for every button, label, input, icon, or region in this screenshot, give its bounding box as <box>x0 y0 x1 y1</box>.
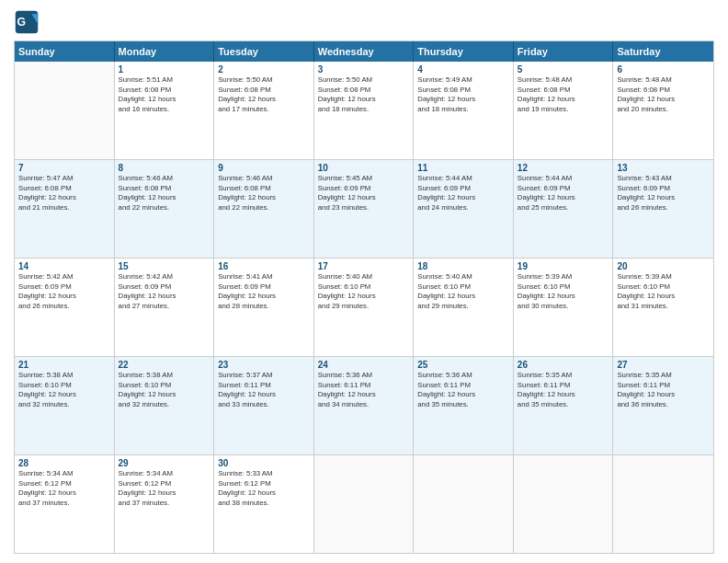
header-cell-thursday: Thursday <box>414 41 514 62</box>
calendar-cell: 29Sunrise: 5:34 AM Sunset: 6:12 PM Dayli… <box>115 455 215 553</box>
day-info: Sunrise: 5:45 AM Sunset: 6:09 PM Dayligh… <box>318 174 410 213</box>
day-info: Sunrise: 5:48 AM Sunset: 6:08 PM Dayligh… <box>617 75 710 114</box>
day-number: 22 <box>119 360 210 370</box>
day-number: 28 <box>18 458 110 468</box>
day-info: Sunrise: 5:47 AM Sunset: 6:08 PM Dayligh… <box>18 174 110 213</box>
calendar-cell: 17Sunrise: 5:40 AM Sunset: 6:10 PM Dayli… <box>314 259 415 356</box>
day-number: 17 <box>318 261 410 271</box>
day-number: 6 <box>617 64 710 75</box>
header: G <box>14 9 714 35</box>
calendar-cell: 26Sunrise: 5:35 AM Sunset: 6:11 PM Dayli… <box>514 357 614 454</box>
calendar-cell: 28Sunrise: 5:34 AM Sunset: 6:12 PM Dayli… <box>15 455 115 553</box>
day-number: 7 <box>18 163 110 173</box>
day-info: Sunrise: 5:35 AM Sunset: 6:11 PM Dayligh… <box>617 371 710 409</box>
day-number: 25 <box>417 360 509 370</box>
day-info: Sunrise: 5:46 AM Sunset: 6:08 PM Dayligh… <box>119 174 210 213</box>
calendar-cell: 8Sunrise: 5:46 AM Sunset: 6:08 PM Daylig… <box>115 160 215 258</box>
day-info: Sunrise: 5:33 AM Sunset: 6:12 PM Dayligh… <box>218 469 310 508</box>
calendar-cell <box>15 62 115 159</box>
day-info: Sunrise: 5:34 AM Sunset: 6:12 PM Dayligh… <box>119 469 210 508</box>
day-info: Sunrise: 5:40 AM Sunset: 6:10 PM Dayligh… <box>417 272 509 311</box>
day-number: 23 <box>218 360 310 370</box>
day-number: 27 <box>617 360 710 370</box>
day-number: 15 <box>119 261 210 271</box>
day-info: Sunrise: 5:36 AM Sunset: 6:11 PM Dayligh… <box>318 371 410 409</box>
calendar-cell: 21Sunrise: 5:38 AM Sunset: 6:10 PM Dayli… <box>15 357 115 454</box>
day-info: Sunrise: 5:44 AM Sunset: 6:09 PM Dayligh… <box>518 174 609 213</box>
day-number: 12 <box>518 163 609 173</box>
calendar-row-3: 14Sunrise: 5:42 AM Sunset: 6:09 PM Dayli… <box>15 259 713 357</box>
calendar-cell: 13Sunrise: 5:43 AM Sunset: 6:09 PM Dayli… <box>613 160 713 258</box>
day-info: Sunrise: 5:37 AM Sunset: 6:11 PM Dayligh… <box>218 371 310 409</box>
day-number: 9 <box>218 163 310 173</box>
day-info: Sunrise: 5:46 AM Sunset: 6:08 PM Dayligh… <box>218 174 310 213</box>
day-info: Sunrise: 5:36 AM Sunset: 6:11 PM Dayligh… <box>417 371 509 409</box>
calendar-cell <box>314 455 415 553</box>
day-info: Sunrise: 5:49 AM Sunset: 6:08 PM Dayligh… <box>417 75 509 114</box>
header-cell-sunday: Sunday <box>15 41 115 62</box>
calendar-row-2: 7Sunrise: 5:47 AM Sunset: 6:08 PM Daylig… <box>15 160 713 259</box>
calendar-cell: 2Sunrise: 5:50 AM Sunset: 6:08 PM Daylig… <box>214 62 314 159</box>
day-info: Sunrise: 5:38 AM Sunset: 6:10 PM Dayligh… <box>119 371 210 409</box>
logo-icon: G <box>14 9 40 35</box>
header-cell-wednesday: Wednesday <box>314 41 415 62</box>
day-info: Sunrise: 5:35 AM Sunset: 6:11 PM Dayligh… <box>518 371 609 409</box>
calendar-cell: 1Sunrise: 5:51 AM Sunset: 6:08 PM Daylig… <box>115 62 215 159</box>
day-number: 24 <box>318 360 410 370</box>
calendar-cell: 7Sunrise: 5:47 AM Sunset: 6:08 PM Daylig… <box>15 160 115 258</box>
calendar-cell: 25Sunrise: 5:36 AM Sunset: 6:11 PM Dayli… <box>414 357 514 454</box>
calendar-cell <box>514 455 614 553</box>
day-number: 18 <box>417 261 509 271</box>
day-number: 10 <box>318 163 410 173</box>
day-number: 19 <box>518 261 609 271</box>
day-number: 2 <box>218 64 310 75</box>
calendar-cell: 27Sunrise: 5:35 AM Sunset: 6:11 PM Dayli… <box>613 357 713 454</box>
day-number: 3 <box>318 64 410 75</box>
day-info: Sunrise: 5:42 AM Sunset: 6:09 PM Dayligh… <box>119 272 210 311</box>
page: G SundayMondayTuesdayWednesdayThursdayFr… <box>0 0 728 563</box>
calendar-cell: 15Sunrise: 5:42 AM Sunset: 6:09 PM Dayli… <box>115 259 215 356</box>
calendar-cell: 6Sunrise: 5:48 AM Sunset: 6:08 PM Daylig… <box>613 62 713 159</box>
day-info: Sunrise: 5:42 AM Sunset: 6:09 PM Dayligh… <box>18 272 110 311</box>
day-number: 29 <box>119 458 210 468</box>
day-number: 5 <box>518 64 609 75</box>
day-info: Sunrise: 5:34 AM Sunset: 6:12 PM Dayligh… <box>18 469 110 508</box>
calendar-cell: 5Sunrise: 5:48 AM Sunset: 6:08 PM Daylig… <box>514 62 614 159</box>
day-number: 30 <box>218 458 310 468</box>
header-cell-monday: Monday <box>115 41 215 62</box>
header-cell-tuesday: Tuesday <box>214 41 314 62</box>
day-info: Sunrise: 5:50 AM Sunset: 6:08 PM Dayligh… <box>218 75 310 114</box>
calendar-cell: 16Sunrise: 5:41 AM Sunset: 6:09 PM Dayli… <box>214 259 314 356</box>
calendar-cell: 3Sunrise: 5:50 AM Sunset: 6:08 PM Daylig… <box>314 62 415 159</box>
calendar-cell: 14Sunrise: 5:42 AM Sunset: 6:09 PM Dayli… <box>15 259 115 356</box>
day-info: Sunrise: 5:48 AM Sunset: 6:08 PM Dayligh… <box>518 75 609 114</box>
svg-text:G: G <box>17 16 27 29</box>
day-number: 4 <box>417 64 509 75</box>
day-info: Sunrise: 5:39 AM Sunset: 6:10 PM Dayligh… <box>617 272 710 311</box>
day-number: 14 <box>18 261 110 271</box>
calendar-body: 1Sunrise: 5:51 AM Sunset: 6:08 PM Daylig… <box>15 62 713 553</box>
calendar-cell: 18Sunrise: 5:40 AM Sunset: 6:10 PM Dayli… <box>414 259 514 356</box>
calendar-row-4: 21Sunrise: 5:38 AM Sunset: 6:10 PM Dayli… <box>15 357 713 455</box>
calendar: SundayMondayTuesdayWednesdayThursdayFrid… <box>14 40 714 554</box>
header-cell-friday: Friday <box>514 41 614 62</box>
day-info: Sunrise: 5:38 AM Sunset: 6:10 PM Dayligh… <box>18 371 110 409</box>
calendar-cell: 12Sunrise: 5:44 AM Sunset: 6:09 PM Dayli… <box>514 160 614 258</box>
calendar-cell: 9Sunrise: 5:46 AM Sunset: 6:08 PM Daylig… <box>214 160 314 258</box>
calendar-cell <box>613 455 713 553</box>
day-number: 1 <box>119 64 210 75</box>
header-cell-saturday: Saturday <box>613 41 713 62</box>
day-info: Sunrise: 5:50 AM Sunset: 6:08 PM Dayligh… <box>318 75 410 114</box>
logo: G <box>14 9 43 35</box>
calendar-row-1: 1Sunrise: 5:51 AM Sunset: 6:08 PM Daylig… <box>15 62 713 160</box>
calendar-row-5: 28Sunrise: 5:34 AM Sunset: 6:12 PM Dayli… <box>15 455 713 553</box>
day-info: Sunrise: 5:44 AM Sunset: 6:09 PM Dayligh… <box>417 174 509 213</box>
day-info: Sunrise: 5:43 AM Sunset: 6:09 PM Dayligh… <box>617 174 710 213</box>
calendar-cell: 4Sunrise: 5:49 AM Sunset: 6:08 PM Daylig… <box>414 62 514 159</box>
calendar-cell: 23Sunrise: 5:37 AM Sunset: 6:11 PM Dayli… <box>214 357 314 454</box>
calendar-cell: 20Sunrise: 5:39 AM Sunset: 6:10 PM Dayli… <box>613 259 713 356</box>
calendar-cell <box>414 455 514 553</box>
calendar-cell: 24Sunrise: 5:36 AM Sunset: 6:11 PM Dayli… <box>314 357 415 454</box>
day-info: Sunrise: 5:51 AM Sunset: 6:08 PM Dayligh… <box>119 75 210 114</box>
day-info: Sunrise: 5:41 AM Sunset: 6:09 PM Dayligh… <box>218 272 310 311</box>
